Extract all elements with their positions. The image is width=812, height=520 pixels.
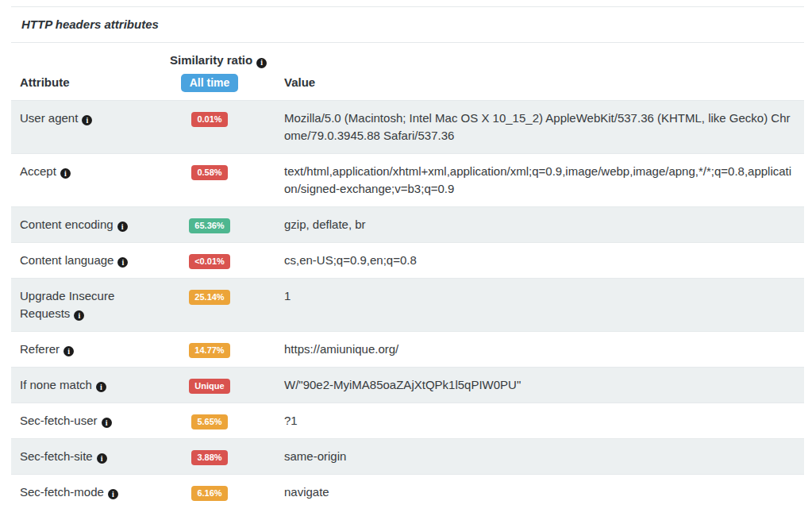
info-circle-icon[interactable] bbox=[96, 382, 106, 392]
attribute-value: 1 bbox=[249, 278, 804, 331]
attribute-label: Sec-fetch-user bbox=[20, 414, 98, 427]
column-header-similarity: Similarity ratio All time bbox=[170, 43, 249, 100]
table-row: User agent 0.01% Mozilla/5.0 (Macintosh;… bbox=[11, 100, 804, 153]
attribute-value: ?1 bbox=[249, 403, 804, 438]
similarity-ratio-badge: 5.65% bbox=[191, 414, 227, 429]
attribute-cell: Sec-fetch-site bbox=[11, 438, 170, 474]
info-circle-icon[interactable] bbox=[256, 58, 267, 68]
attribute-value: text/html,application/xhtml+xml,applicat… bbox=[249, 153, 804, 206]
similarity-ratio-text: Similarity ratio bbox=[170, 53, 252, 67]
attribute-label: Content language bbox=[20, 253, 114, 267]
info-circle-icon[interactable] bbox=[97, 453, 107, 464]
attribute-cell: Content encoding bbox=[11, 206, 170, 242]
info-circle-icon[interactable] bbox=[108, 489, 118, 499]
attribute-cell: Sec-fetch-mode bbox=[11, 474, 170, 510]
attribute-cell: If none match bbox=[11, 367, 170, 403]
attribute-cell: Content language bbox=[11, 242, 170, 278]
ratio-cell: 3.88% bbox=[170, 438, 249, 474]
similarity-ratio-label: Similarity ratio bbox=[170, 53, 249, 68]
table-header-row: Attribute Similarity ratio All time Valu… bbox=[11, 43, 804, 100]
similarity-ratio-badge: 25.14% bbox=[189, 290, 229, 305]
ratio-cell: 25.14% bbox=[170, 278, 249, 331]
table-row: Content encoding 65.36% gzip, deflate, b… bbox=[11, 206, 804, 242]
table-row: Referer 14.77% https://amiunique.org/ bbox=[11, 331, 804, 367]
attribute-label: If none match bbox=[20, 378, 92, 391]
ratio-cell: 0.01% bbox=[170, 100, 249, 153]
similarity-ratio-badge: <0.01% bbox=[189, 254, 230, 269]
ratio-cell: 65.36% bbox=[170, 206, 249, 242]
all-time-badge[interactable]: All time bbox=[181, 74, 239, 92]
attribute-label: Accept bbox=[20, 164, 56, 178]
table-row: Content language <0.01% cs,en-US;q=0.9,e… bbox=[11, 242, 804, 278]
table-row: Upgrade Insecure Requests 25.14% 1 bbox=[11, 278, 804, 331]
ratio-cell: 5.65% bbox=[170, 403, 249, 438]
info-circle-icon[interactable] bbox=[117, 257, 128, 268]
info-circle-icon[interactable] bbox=[82, 115, 92, 125]
attribute-label: Sec-fetch-mode bbox=[20, 485, 104, 499]
table-row: If none match Unique W/"90e2-MyiMA85oaZA… bbox=[11, 367, 804, 403]
info-circle-icon[interactable] bbox=[117, 221, 128, 232]
attribute-label: Referer bbox=[20, 342, 60, 356]
http-headers-panel: HTTP headers attributes Attribute Simila… bbox=[11, 6, 804, 510]
table-row: Accept 0.58% text/html,application/xhtml… bbox=[11, 153, 804, 206]
attribute-label: Content encoding bbox=[20, 218, 114, 231]
info-circle-icon[interactable] bbox=[60, 168, 71, 179]
ratio-cell: Unique bbox=[170, 367, 249, 403]
similarity-ratio-badge: 3.88% bbox=[191, 450, 227, 465]
info-circle-icon[interactable] bbox=[63, 346, 74, 356]
column-header-value: Value bbox=[249, 43, 804, 100]
attribute-cell: User agent bbox=[11, 100, 170, 153]
attribute-cell: Sec-fetch-user bbox=[11, 403, 170, 438]
attribute-value: same-origin bbox=[249, 438, 804, 474]
table-row: Sec-fetch-site 3.88% same-origin bbox=[11, 438, 804, 474]
attribute-value: Mozilla/5.0 (Macintosh; Intel Mac OS X 1… bbox=[249, 100, 804, 153]
attribute-value: gzip, deflate, br bbox=[249, 206, 804, 242]
similarity-ratio-badge: 0.01% bbox=[191, 112, 227, 127]
headers-table: Attribute Similarity ratio All time Valu… bbox=[11, 43, 804, 510]
similarity-ratio-badge: Unique bbox=[189, 379, 229, 394]
ratio-cell: 14.77% bbox=[170, 331, 249, 367]
attribute-label: User agent bbox=[20, 111, 78, 125]
table-row: Sec-fetch-mode 6.16% navigate bbox=[11, 474, 804, 510]
attribute-cell: Referer bbox=[11, 331, 170, 367]
info-circle-icon[interactable] bbox=[74, 310, 84, 321]
table-row: Sec-fetch-user 5.65% ?1 bbox=[11, 403, 804, 438]
similarity-ratio-badge: 6.16% bbox=[191, 486, 227, 501]
attribute-value: cs,en-US;q=0.9,en;q=0.8 bbox=[249, 242, 804, 278]
attribute-value: https://amiunique.org/ bbox=[249, 331, 804, 367]
attribute-value: W/"90e2-MyiMA85oaZAjXtQPk1l5qPIW0PU" bbox=[249, 367, 804, 403]
similarity-ratio-badge: 0.58% bbox=[191, 165, 227, 180]
similarity-ratio-badge: 14.77% bbox=[189, 343, 229, 358]
attribute-value: navigate bbox=[249, 474, 804, 510]
attribute-label: Sec-fetch-site bbox=[20, 449, 93, 463]
panel-title: HTTP headers attributes bbox=[11, 6, 804, 43]
column-header-attribute: Attribute bbox=[11, 43, 170, 100]
attribute-label: Upgrade Insecure Requests bbox=[20, 289, 114, 320]
attribute-cell: Upgrade Insecure Requests bbox=[11, 278, 170, 331]
info-circle-icon[interactable] bbox=[102, 418, 112, 428]
ratio-cell: <0.01% bbox=[170, 242, 249, 278]
ratio-cell: 0.58% bbox=[170, 153, 249, 206]
attribute-cell: Accept bbox=[11, 153, 170, 206]
ratio-cell: 6.16% bbox=[170, 474, 249, 510]
similarity-ratio-badge: 65.36% bbox=[189, 218, 229, 233]
